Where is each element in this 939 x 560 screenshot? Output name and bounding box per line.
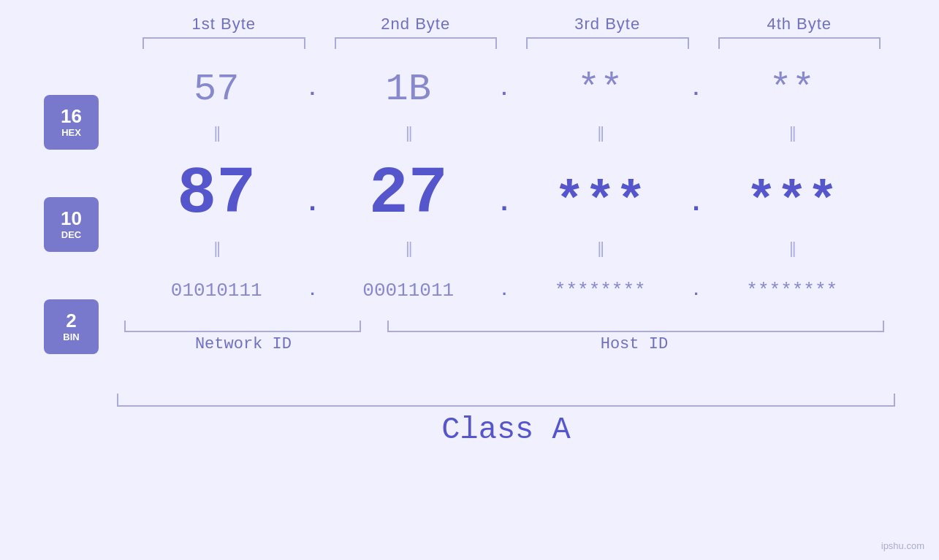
eq2-b3: || — [515, 239, 685, 258]
eq1-b3: || — [515, 123, 685, 142]
byte1-header: 1st Byte — [139, 15, 309, 34]
dot-bin-2: . — [493, 282, 515, 300]
dot-dec-1: . — [302, 188, 324, 231]
hex-b1: 57 — [132, 68, 302, 111]
bin-b2: 00011011 — [324, 280, 494, 302]
dot-hex-1: . — [302, 78, 324, 101]
host-id-label: Host ID — [601, 335, 668, 353]
dec-b1: 87 — [132, 157, 302, 231]
dot-bin-3: . — [685, 282, 707, 300]
dec-b3: *** — [515, 174, 685, 231]
eq1-b1: || — [132, 123, 302, 142]
class-label: Class A — [117, 413, 895, 448]
class-bracket — [117, 394, 895, 407]
byte4-header: 4th Byte — [715, 15, 885, 34]
dot-bin-1: . — [302, 282, 324, 300]
dot-dec-3: . — [685, 188, 707, 231]
eq1-b4: || — [707, 123, 878, 142]
eq2-b4: || — [707, 239, 878, 258]
dec-b2: 27 — [324, 157, 494, 231]
hex-badge: 16 HEX — [44, 95, 99, 150]
watermark: ipshu.com — [881, 540, 924, 551]
network-id-label: Network ID — [195, 335, 292, 353]
byte2-header: 2nd Byte — [331, 15, 501, 34]
byte3-header: 3rd Byte — [522, 15, 693, 34]
hex-b4: ** — [707, 68, 878, 111]
dot-hex-3: . — [685, 78, 707, 101]
eq2-b2: || — [324, 239, 494, 258]
bin-b1: 01010111 — [132, 280, 302, 302]
main-container: 1st Byte 2nd Byte 3rd Byte 4th Byte 16 H… — [0, 0, 939, 560]
hex-b3: ** — [515, 68, 685, 111]
bin-b3: ******** — [515, 280, 685, 302]
bin-badge: 2 BIN — [44, 299, 99, 354]
dec-badge: 10 DEC — [44, 197, 99, 252]
eq1-b2: || — [324, 123, 494, 142]
eq2-b1: || — [132, 239, 302, 258]
hex-b2: 1B — [324, 68, 494, 111]
bin-b4: ******** — [707, 280, 878, 302]
dot-hex-2: . — [493, 78, 515, 101]
dot-dec-2: . — [493, 188, 515, 231]
dec-b4: *** — [707, 174, 878, 231]
